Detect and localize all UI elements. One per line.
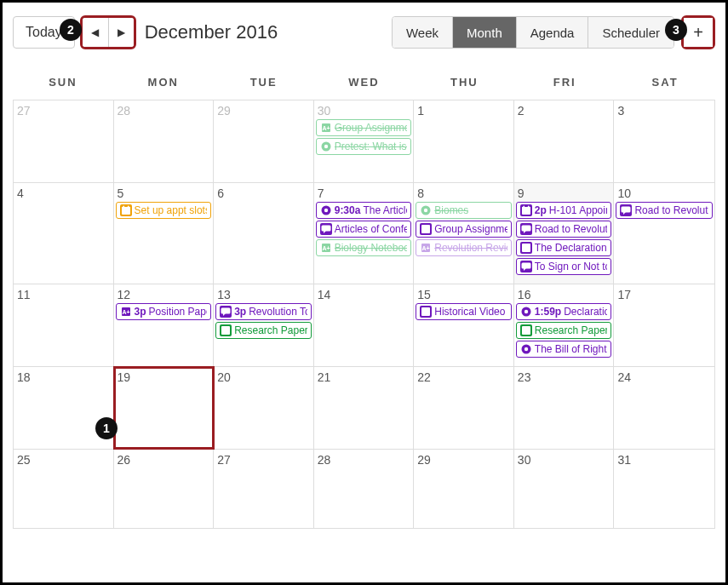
tab-week[interactable]: Week — [393, 17, 452, 48]
calendar-day[interactable]: 31 — [614, 450, 714, 528]
assignment-icon — [520, 242, 532, 254]
calendar-day[interactable]: 27 — [214, 450, 314, 528]
calendar-day[interactable]: 17 — [614, 284, 714, 366]
calendar-day[interactable]: 28 — [114, 100, 215, 182]
calendar-day[interactable]: 18 — [14, 367, 114, 449]
calendar-day[interactable]: 23 — [514, 367, 615, 449]
calendar-event[interactable]: 9:30aThe Articles — [316, 202, 412, 219]
event-label: 2pH-101 Appoint — [535, 204, 608, 216]
month-label: December 2016 — [145, 21, 278, 43]
calendar-event[interactable]: 1:59pDeclaration — [516, 303, 612, 320]
calendar-day[interactable]: 3 — [614, 100, 714, 182]
today-button[interactable]: Today — [13, 16, 75, 49]
calendar-event[interactable]: To Sign or Not to — [516, 258, 612, 275]
calendar-day[interactable]: 4 — [14, 183, 114, 284]
caret-right-icon: ▶ — [118, 26, 125, 38]
calendar-day[interactable]: 22 — [414, 367, 514, 449]
day-number: 26 — [116, 451, 212, 468]
calendar-day[interactable]: 6 — [214, 183, 314, 284]
tab-month[interactable]: Month — [452, 17, 516, 48]
calendar-day[interactable]: 14 — [314, 284, 415, 366]
dow-sat: SAT — [615, 66, 715, 100]
dow-sun: SUN — [13, 66, 113, 100]
calendar-event[interactable]: Research Paper P — [215, 322, 312, 339]
calendar-day[interactable]: 29 — [414, 450, 514, 528]
day-events: 3pPosition Paper — [116, 303, 212, 320]
calendar-header: Today ◀ ▶ December 2016 Week Month Agend… — [13, 14, 715, 50]
calendar-event[interactable]: 2pH-101 Appoint — [516, 202, 612, 219]
calendar-event[interactable]: Pretest: What is a — [316, 138, 412, 155]
calendar-event[interactable]: The Declaration o — [516, 239, 612, 256]
calendar-day[interactable]: 92pH-101 AppointRoad to RevolutionThe De… — [514, 183, 615, 284]
calendar-event[interactable]: Research Paper — [516, 322, 612, 339]
weeks-container: 27282930Group AssignmentPretest: What is… — [13, 100, 715, 529]
calendar-day[interactable]: 161:59pDeclarationResearch PaperThe Bill… — [514, 284, 615, 366]
event-label: 3pRevolution Top — [234, 306, 307, 318]
calendar-day[interactable]: 11 — [14, 284, 114, 366]
event-time: 2p — [535, 204, 547, 216]
tab-scheduler[interactable]: Scheduler — [588, 17, 674, 48]
event-time: 1:59p — [535, 306, 561, 318]
calendar-week: 18192021222324 — [14, 367, 714, 450]
calendar-event[interactable]: Historical Video A — [416, 303, 512, 320]
calendar-event[interactable]: Road to Revolution — [616, 202, 713, 219]
calendar-day[interactable]: 24 — [614, 367, 714, 449]
calendar-day[interactable]: 133pRevolution TopResearch Paper P — [214, 284, 314, 366]
calendar-event[interactable]: Articles of Confed — [316, 221, 412, 238]
day-number: 28 — [316, 451, 412, 468]
day-number: 29 — [416, 451, 512, 468]
calendar-day[interactable]: 1 — [414, 100, 514, 182]
day-number: 27 — [15, 102, 112, 119]
calendar-day[interactable]: 8BiomesGroup AssignmentRevolution Review — [414, 183, 514, 284]
calendar-event[interactable]: 3pPosition Paper — [116, 303, 212, 320]
calendar-event[interactable]: The Bill of Rights — [516, 341, 612, 358]
calendar-event[interactable]: Biology Notebook — [316, 239, 412, 256]
calendar-event[interactable]: Group Assignment — [416, 221, 512, 238]
day-events: 2pH-101 AppointRoad to RevolutionThe Dec… — [516, 202, 612, 275]
dow-thu: THU — [414, 66, 514, 100]
calendar-event[interactable]: Set up appt slots — [116, 202, 212, 219]
calendar-day[interactable]: 15Historical Video A — [414, 284, 514, 366]
event-label: Group Assignment — [434, 223, 507, 235]
calendar-day[interactable]: 25 — [14, 450, 114, 528]
calendar-day[interactable]: 28 — [314, 450, 415, 528]
calendar-event[interactable]: Revolution Review — [416, 239, 512, 256]
discussion-icon — [520, 261, 532, 272]
day-number: 5 — [116, 185, 212, 202]
day-number: 21 — [316, 369, 412, 386]
day-number: 22 — [416, 369, 512, 386]
calendar-day[interactable]: 123pPosition Paper — [114, 284, 215, 366]
event-label: Pretest: What is a — [335, 141, 408, 152]
event-label: Articles of Confed — [335, 223, 408, 235]
calendar-day[interactable]: 30 — [514, 450, 615, 528]
event-label: The Bill of Rights — [535, 343, 608, 355]
calendar-icon — [520, 204, 532, 216]
calendar-day[interactable]: 26 — [114, 450, 215, 528]
calendar-event[interactable]: Road to Revolution — [516, 221, 612, 238]
day-number: 29 — [215, 102, 312, 119]
event-label: Research Paper P — [234, 324, 307, 336]
discussion-icon — [320, 223, 332, 235]
calendar-event[interactable]: Biomes — [416, 202, 512, 219]
add-event-button[interactable]: + — [684, 18, 713, 47]
day-number: 6 — [215, 185, 312, 202]
calendar-event[interactable]: 3pRevolution Top — [215, 303, 312, 320]
calendar-day[interactable]: 2 — [514, 100, 615, 182]
day-events: 3pRevolution TopResearch Paper P — [215, 303, 312, 339]
calendar-day[interactable]: 20 — [214, 367, 314, 449]
calendar-day[interactable]: 21 — [314, 367, 415, 449]
quiz-icon — [520, 306, 532, 318]
calendar-day[interactable]: 79:30aThe ArticlesArticles of ConfedBiol… — [314, 183, 415, 284]
calendar-day[interactable]: 27 — [14, 100, 114, 182]
calendar-day[interactable]: 30Group AssignmentPretest: What is a — [314, 100, 415, 182]
quiz-icon — [420, 204, 432, 216]
calendar-day[interactable]: 19 — [114, 367, 215, 449]
calendar-day[interactable]: 5Set up appt slots — [114, 183, 215, 284]
tab-agenda[interactable]: Agenda — [516, 17, 588, 48]
calendar-event[interactable]: Group Assignment — [316, 119, 412, 136]
prev-month-button[interactable]: ◀ — [83, 18, 108, 47]
calendar-day[interactable]: 10Road to Revolution — [614, 183, 714, 284]
header-right: Week Month Agenda Scheduler + — [392, 15, 715, 49]
calendar-day[interactable]: 29 — [214, 100, 314, 182]
next-month-button[interactable]: ▶ — [108, 18, 134, 47]
